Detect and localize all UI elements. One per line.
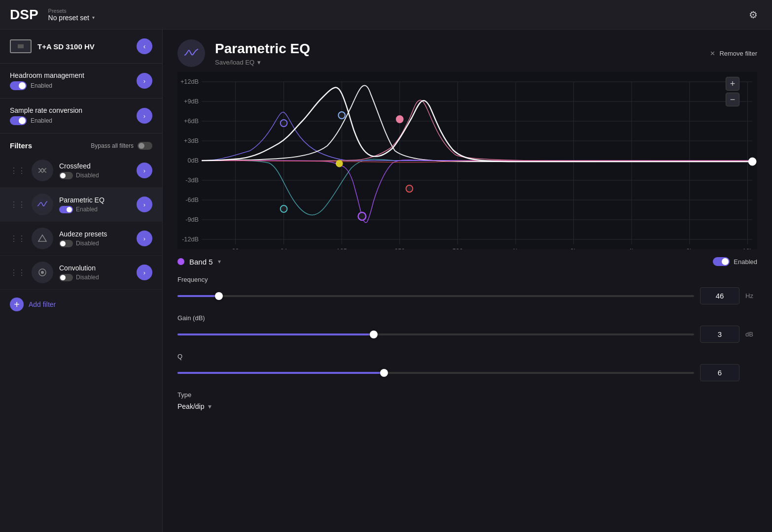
frequency-label: Frequency [177,276,757,283]
bypass-label: Bypass all filters [91,142,134,149]
add-filter-button[interactable]: + [10,298,24,311]
type-control: Type Peak/dip ▾ [177,391,757,410]
audeze-info: Audeze presets Disabled [59,230,131,247]
convolution-status-label: Disabled [76,274,99,281]
audeze-status-label: Disabled [76,240,99,247]
eq-header-icon [177,39,205,67]
gain-value[interactable]: 3 [700,326,739,343]
drag-handle-icon: ⋮⋮ [10,200,26,209]
add-filter-row[interactable]: + Add filter [0,290,162,319]
sample-rate-label: Sample rate conversion [10,106,82,114]
svg-text:16k: 16k [742,247,753,249]
q-slider-thumb[interactable] [380,369,388,377]
filters-header: Filters Bypass all filters [0,133,162,154]
svg-point-48 [338,112,345,119]
zoom-controls: + − [726,77,739,106]
eq-title-area: Parametric EQ Save/load EQ ▾ [215,41,310,66]
eq-chart[interactable]: +12dB +9dB +6dB +3dB 0dB -3dB -6dB -9dB … [177,72,757,249]
presets-value[interactable]: No preset set ▾ [48,14,95,22]
sample-rate-info: Sample rate conversion Enabled [10,106,82,125]
crossfeed-toggle[interactable] [59,172,73,179]
q-slider[interactable] [177,372,694,374]
sample-rate-setting: Sample rate conversion Enabled › [0,99,162,133]
settings-button[interactable]: ⚙ [744,6,762,24]
header: DSP Presets No preset set ▾ ⚙ [0,0,772,30]
convolution-name: Convolution [59,264,131,272]
sample-rate-toggle[interactable] [10,116,27,125]
svg-point-2 [36,232,49,245]
parametric-eq-toggle[interactable] [59,206,73,213]
convolution-icon [32,262,53,283]
filter-crossfeed[interactable]: ⋮⋮ Crossfeed Disabled › [0,154,162,188]
gain-slider-thumb[interactable] [370,331,378,338]
band-color-dot [177,258,184,265]
device-icon [10,39,32,53]
svg-text:250: 250 [394,247,405,249]
chevron-down-icon: ▾ [92,15,95,20]
headroom-toggle[interactable] [10,81,27,90]
audeze-nav-button[interactable]: › [137,231,152,246]
svg-text:+12dB: +12dB [180,78,199,85]
crossfeed-info: Crossfeed Disabled [59,162,131,179]
device-name: T+A SD 3100 HV [37,42,95,51]
sample-rate-nav-button[interactable]: › [137,108,152,124]
filter-parametric-eq[interactable]: ⋮⋮ Parametric EQ Enabled › [0,188,162,222]
filter-audeze[interactable]: ⋮⋮ Audeze presets Disabled › [0,222,162,256]
filter-convolution[interactable]: ⋮⋮ Convolution Disabled › [0,256,162,290]
sample-rate-toggle-row: Enabled [10,116,82,125]
crossfeed-name: Crossfeed [59,162,131,170]
svg-text:-12dB: -12dB [182,235,199,243]
parametric-eq-nav-button[interactable]: › [137,197,152,212]
convolution-info: Convolution Disabled [59,264,131,281]
svg-text:32: 32 [232,247,239,249]
sidebar: T+A SD 3100 HV ‹ Headroom management Ena… [0,30,163,532]
zoom-out-button[interactable]: − [726,93,739,106]
q-slider-row: 6 [177,364,757,381]
svg-point-0 [36,164,49,177]
svg-point-50 [358,212,366,220]
remove-filter-button[interactable]: ✕ Remove filter [710,50,757,57]
svg-text:1k: 1k [512,247,519,249]
crossfeed-icon [32,160,53,181]
headroom-nav-button[interactable]: › [137,73,152,89]
parametric-eq-status-label: Enabled [76,206,98,213]
filters-title: Filters [10,141,32,150]
q-value[interactable]: 6 [700,364,739,381]
bypass-toggle[interactable] [138,142,152,150]
audeze-toggle[interactable] [59,240,73,247]
frequency-slider-thumb[interactable] [215,292,223,300]
headroom-label: Headroom management [10,71,84,79]
frequency-slider[interactable] [177,295,694,297]
headroom-status: Enabled [31,82,52,89]
parametric-eq-status: Enabled [59,206,131,213]
back-button[interactable]: ‹ [137,38,152,54]
gain-slider[interactable] [177,333,694,335]
frequency-value[interactable]: 46 [700,287,739,304]
crossfeed-nav-button[interactable]: › [137,163,152,178]
chevron-down-icon: ▾ [257,59,261,66]
svg-text:-3dB: -3dB [185,176,199,184]
svg-text:64: 64 [281,247,287,249]
presets-dropdown[interactable]: Presets No preset set ▾ [48,8,95,22]
frequency-slider-fill [177,295,219,297]
convolution-toggle[interactable] [59,274,73,281]
headroom-setting: Headroom management Enabled › [0,64,162,99]
headroom-info: Headroom management Enabled [10,71,84,90]
headroom-toggle-row: Enabled [10,81,84,90]
convolution-nav-button[interactable]: › [137,265,152,280]
svg-point-46 [281,205,287,212]
parametric-eq-name: Parametric EQ [59,196,131,204]
bypass-row: Bypass all filters [91,142,152,150]
type-label: Type [177,391,757,399]
band-enabled-toggle[interactable] [713,257,730,266]
save-load-button[interactable]: Save/load EQ ▾ [215,59,310,66]
svg-text:+9dB: +9dB [184,98,199,105]
drag-handle-icon: ⋮⋮ [10,166,26,175]
band-label: Band 5 [189,258,213,266]
zoom-in-button[interactable]: + [726,77,739,91]
type-selector-button[interactable]: Peak/dip ▾ [177,402,757,410]
q-label: Q [177,353,757,360]
svg-text:0dB: 0dB [187,157,199,164]
gain-label: Gain (dB) [177,314,757,322]
gain-control: Gain (dB) 3 dB [177,314,757,343]
